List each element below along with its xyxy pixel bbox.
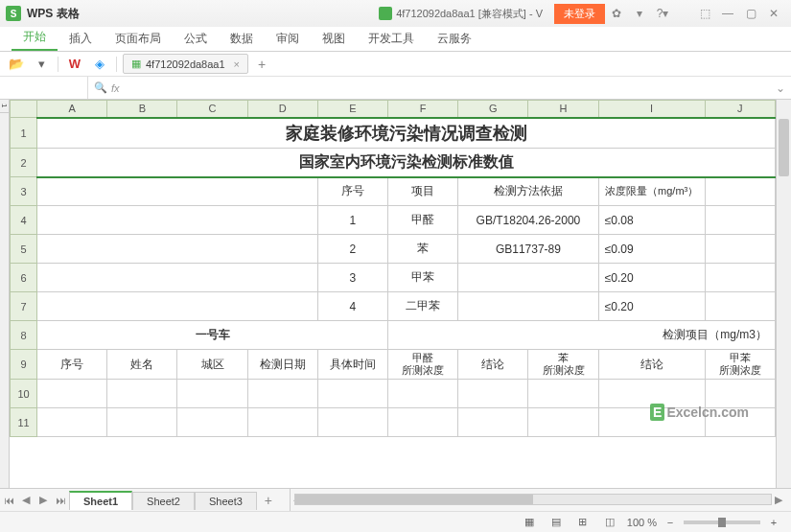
grid-area[interactable]: A B C D E F G H I J 1 家庭装修环境污染情况调查检测 2 国… — [10, 100, 776, 488]
add-sheet-button[interactable]: + — [257, 493, 280, 508]
cell-hdr-item[interactable]: 项目 — [388, 177, 458, 206]
sheet-nav-last[interactable]: ⏭ — [52, 495, 69, 506]
col-E[interactable]: E — [317, 101, 387, 118]
tab-data[interactable]: 数据 — [219, 27, 265, 51]
cell[interactable]: 苯 所测浓度 — [528, 350, 598, 380]
cell[interactable]: 2 — [317, 235, 387, 264]
row-9[interactable]: 9 — [11, 350, 37, 380]
col-A[interactable]: A — [37, 101, 107, 118]
cell-title2[interactable]: 国家室内环境污染检测标准数值 — [37, 149, 776, 177]
row-8[interactable]: 8 — [11, 321, 37, 350]
cell-car[interactable]: 一号车 — [37, 321, 388, 350]
cell[interactable]: GB/T18204.26-2000 — [458, 206, 598, 235]
zoom-slider[interactable] — [684, 520, 760, 524]
sheet-tab-2[interactable]: Sheet2 — [132, 492, 195, 510]
sheet-nav-prev[interactable]: ◀ — [17, 494, 35, 506]
open-icon[interactable]: 📂 — [6, 55, 27, 74]
select-all-corner[interactable] — [11, 101, 37, 118]
cell[interactable]: 苯 — [388, 235, 458, 264]
row-1[interactable]: 1 — [11, 118, 37, 149]
zoom-in-button[interactable]: + — [764, 517, 783, 528]
row-6[interactable]: 6 — [11, 264, 37, 292]
cell[interactable]: 结论 — [458, 350, 528, 380]
cell[interactable]: 结论 — [598, 350, 705, 380]
new-tab-button[interactable]: + — [252, 57, 271, 72]
cell-hdr-limit[interactable]: 浓度限量（mg/m³） — [598, 177, 705, 206]
document-tab[interactable]: ▦ 4f712092da8aa1 × — [123, 54, 248, 74]
horizontal-scrollbar[interactable] — [294, 494, 772, 505]
expand-formula-icon[interactable]: ⌄ — [770, 81, 791, 95]
tab-cloud[interactable]: 云服务 — [426, 27, 483, 51]
dropdown-icon[interactable]: ▾ — [628, 4, 651, 23]
tab-devtools[interactable]: 开发工具 — [357, 27, 426, 51]
col-F[interactable]: F — [388, 101, 458, 118]
sheet-tab-3[interactable]: Sheet3 — [195, 492, 257, 510]
scrollbar-thumb[interactable] — [779, 119, 789, 176]
row-10[interactable]: 10 — [11, 380, 37, 408]
col-H[interactable]: H — [528, 101, 598, 118]
cell-blank[interactable] — [37, 177, 318, 206]
view-page-icon[interactable]: ▤ — [547, 516, 566, 528]
wps-logo-icon[interactable]: W — [64, 55, 85, 74]
hscroll-right[interactable]: ▶ — [770, 494, 787, 506]
view-normal-icon[interactable]: ▦ — [520, 516, 539, 528]
cell-hdr-basis[interactable]: 检测方法依据 — [458, 177, 598, 206]
col-B[interactable]: B — [107, 101, 177, 118]
login-button[interactable]: 未登录 — [554, 4, 605, 24]
tab-review[interactable]: 审阅 — [265, 27, 311, 51]
zoom-label[interactable]: 100 % — [627, 517, 657, 528]
cell-blank[interactable] — [705, 177, 775, 206]
cell[interactable]: 甲醛 所测浓度 — [388, 350, 458, 380]
view-break-icon[interactable]: ⊞ — [573, 516, 593, 528]
dropdown-small-icon[interactable]: ▾ — [31, 55, 52, 74]
cell[interactable]: 姓名 — [107, 350, 177, 380]
name-box[interactable] — [0, 77, 88, 99]
tab-formula[interactable]: 公式 — [173, 27, 219, 51]
row-7[interactable]: 7 — [11, 292, 37, 321]
cell[interactable] — [458, 264, 598, 292]
cell[interactable]: 城区 — [177, 350, 247, 380]
settings-icon[interactable]: ✿ — [605, 4, 628, 23]
help-icon[interactable]: ?▾ — [651, 4, 674, 23]
cell-title1[interactable]: 家庭装修环境污染情况调查检测 — [37, 118, 776, 149]
ribbon-toggle-icon[interactable]: ⬚ — [693, 4, 716, 23]
cell[interactable]: 3 — [317, 264, 387, 292]
col-C[interactable]: C — [177, 101, 247, 118]
cell-proj[interactable]: 检测项目（mg/m3） — [388, 321, 776, 350]
vertical-scrollbar[interactable] — [776, 100, 791, 488]
sheet-nav-first[interactable]: ⏮ — [0, 495, 17, 506]
cell[interactable]: ≤0.08 — [598, 206, 705, 235]
row-11[interactable]: 11 — [11, 408, 37, 437]
cell[interactable]: 甲苯 — [388, 264, 458, 292]
row-5[interactable]: 5 — [11, 235, 37, 264]
fx-label[interactable]: fx — [111, 82, 120, 94]
cell[interactable]: 1 — [317, 206, 387, 235]
zoom-out-button[interactable]: − — [661, 517, 680, 528]
row-2[interactable]: 2 — [11, 149, 37, 177]
hscroll-thumb[interactable] — [295, 495, 533, 504]
col-J[interactable]: J — [705, 101, 775, 118]
tab-page-layout[interactable]: 页面布局 — [104, 27, 173, 51]
cell[interactable]: 检测日期 — [247, 350, 317, 380]
sheet-nav-next[interactable]: ▶ — [35, 494, 52, 506]
cell[interactable]: 甲苯 所测浓度 — [705, 350, 775, 380]
cube-icon[interactable]: ◈ — [89, 55, 110, 74]
tab-insert[interactable]: 插入 — [58, 27, 104, 51]
fx-search-icon[interactable]: 🔍 — [94, 81, 107, 94]
cell[interactable]: 序号 — [37, 350, 107, 380]
minimize-icon[interactable]: — — [716, 4, 739, 23]
cell-hdr-seq[interactable]: 序号 — [317, 177, 387, 206]
cell[interactable]: 具体时间 — [317, 350, 387, 380]
cell[interactable]: 4 — [317, 292, 387, 321]
cell[interactable] — [458, 292, 598, 321]
col-G[interactable]: G — [458, 101, 528, 118]
cell[interactable]: ≤0.20 — [598, 264, 705, 292]
view-custom-icon[interactable]: ◫ — [600, 516, 619, 528]
row-4[interactable]: 4 — [11, 206, 37, 235]
tab-view[interactable]: 视图 — [311, 27, 357, 51]
col-I[interactable]: I — [598, 101, 705, 118]
cell[interactable]: ≤0.09 — [598, 235, 705, 264]
cell[interactable]: ≤0.20 — [598, 292, 705, 321]
maximize-icon[interactable]: ▢ — [739, 4, 762, 23]
cell[interactable]: 甲醛 — [388, 206, 458, 235]
